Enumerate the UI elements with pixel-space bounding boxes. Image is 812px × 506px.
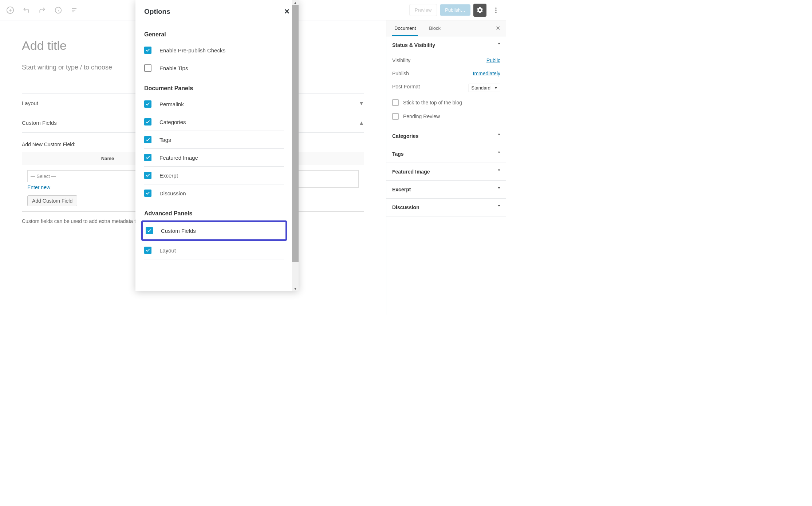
tips-label: Enable Tips [159, 65, 188, 71]
undo-button[interactable] [20, 4, 33, 17]
publish-label: Publish [392, 71, 409, 76]
chevron-up-icon: ▲ [359, 120, 364, 126]
preview-button[interactable]: Preview [409, 4, 437, 16]
post-format-select[interactable]: Standard ▼ [469, 84, 500, 92]
sidebar-close-button[interactable]: ✕ [496, 25, 500, 32]
scrollbar-thumb[interactable] [292, 5, 299, 262]
general-section-title: General [144, 31, 284, 38]
featured-image-panel-label: Featured Image [392, 169, 430, 175]
featured-image-mod-label: Featured Image [159, 155, 198, 161]
visibility-value-link[interactable]: Public [486, 57, 500, 63]
tab-document[interactable]: Document [392, 20, 418, 36]
layout-panel-title: Layout [22, 100, 38, 106]
custom-fields-panel-title: Custom Fields [22, 120, 57, 126]
settings-button[interactable] [473, 4, 486, 17]
pending-review-label: Pending Review [403, 113, 440, 119]
post-format-label: Post Format [392, 84, 420, 92]
chevron-down-icon: ˅ [498, 169, 500, 175]
categories-panel-header[interactable]: Categories ˅ [386, 127, 506, 145]
publish-value-link[interactable]: Immediately [473, 71, 500, 76]
scroll-up-arrow-icon[interactable]: ▲ [292, 0, 299, 5]
document-panels-section-title: Document Panels [144, 85, 284, 92]
tab-block[interactable]: Block [427, 20, 443, 36]
discussion-checkbox[interactable] [144, 190, 151, 197]
svg-point-9 [495, 7, 496, 8]
more-menu-button[interactable] [489, 4, 502, 17]
discussion-panel-label: Discussion [392, 204, 419, 210]
featured-image-panel-header[interactable]: Featured Image ˅ [386, 163, 506, 180]
tags-mod-label: Tags [159, 137, 171, 143]
chevron-up-icon: ˄ [498, 42, 500, 48]
modal-close-button[interactable]: ✕ [284, 7, 290, 16]
add-block-button[interactable] [4, 4, 17, 17]
modal-scrollbar[interactable]: ▲ ▼ [292, 0, 299, 291]
categories-mod-label: Categories [159, 119, 186, 125]
editor-sidebar: Document Block ✕ Status & Visibility ˄ V… [386, 20, 506, 315]
custom-fields-highlight: Custom Fields [141, 220, 287, 241]
redo-button[interactable] [36, 4, 49, 17]
enter-new-link[interactable]: Enter new [27, 182, 50, 192]
modal-title: Options [144, 8, 170, 16]
block-navigation-button[interactable] [68, 4, 81, 17]
options-modal: Options ✕ General Enable Pre-publish Che… [135, 0, 299, 291]
svg-point-10 [495, 9, 496, 11]
custom-fields-mod-label: Custom Fields [161, 228, 196, 234]
status-visibility-label: Status & Visibility [392, 42, 435, 48]
categories-checkbox[interactable] [144, 118, 151, 125]
scroll-down-arrow-icon[interactable]: ▼ [292, 286, 299, 291]
chevron-down-icon: ˅ [498, 133, 500, 139]
featured-image-checkbox[interactable] [144, 154, 151, 161]
svg-point-11 [495, 12, 496, 13]
info-button[interactable] [52, 4, 65, 17]
stick-top-label: Stick to the top of the blog [403, 100, 462, 105]
chevron-down-icon: ˅ [498, 187, 500, 192]
pending-review-checkbox[interactable] [392, 113, 399, 120]
stick-top-checkbox[interactable] [392, 99, 399, 106]
tags-checkbox[interactable] [144, 136, 151, 143]
excerpt-panel-label: Excerpt [392, 187, 411, 192]
chevron-down-icon: ˅ [498, 204, 500, 210]
tips-checkbox[interactable] [144, 64, 151, 72]
prepublish-label: Enable Pre-publish Checks [159, 47, 225, 53]
layout-mod-label: Layout [159, 247, 176, 254]
tags-panel-header[interactable]: Tags ˅ [386, 145, 506, 163]
permalink-label: Permalink [159, 101, 184, 107]
advanced-panels-section-title: Advanced Panels [144, 210, 284, 217]
excerpt-mod-label: Excerpt [159, 172, 178, 179]
publish-button[interactable]: Publish… [440, 4, 470, 16]
tags-panel-label: Tags [392, 151, 404, 157]
discussion-panel-header[interactable]: Discussion ˅ [386, 199, 506, 216]
add-custom-field-button[interactable]: Add Custom Field [27, 195, 77, 206]
categories-panel-label: Categories [392, 133, 418, 139]
excerpt-panel-header[interactable]: Excerpt ˅ [386, 181, 506, 198]
chevron-down-icon: ▼ [359, 100, 364, 106]
permalink-checkbox[interactable] [144, 100, 151, 108]
excerpt-checkbox[interactable] [144, 172, 151, 179]
discussion-mod-label: Discussion [159, 190, 186, 196]
custom-fields-checkbox[interactable] [146, 227, 153, 234]
chevron-down-icon: ▼ [494, 86, 498, 90]
prepublish-checkbox[interactable] [144, 47, 151, 54]
layout-checkbox[interactable] [144, 247, 151, 254]
chevron-down-icon: ˅ [498, 151, 500, 157]
status-visibility-panel-header[interactable]: Status & Visibility ˄ [386, 36, 506, 54]
visibility-label: Visibility [392, 57, 410, 63]
